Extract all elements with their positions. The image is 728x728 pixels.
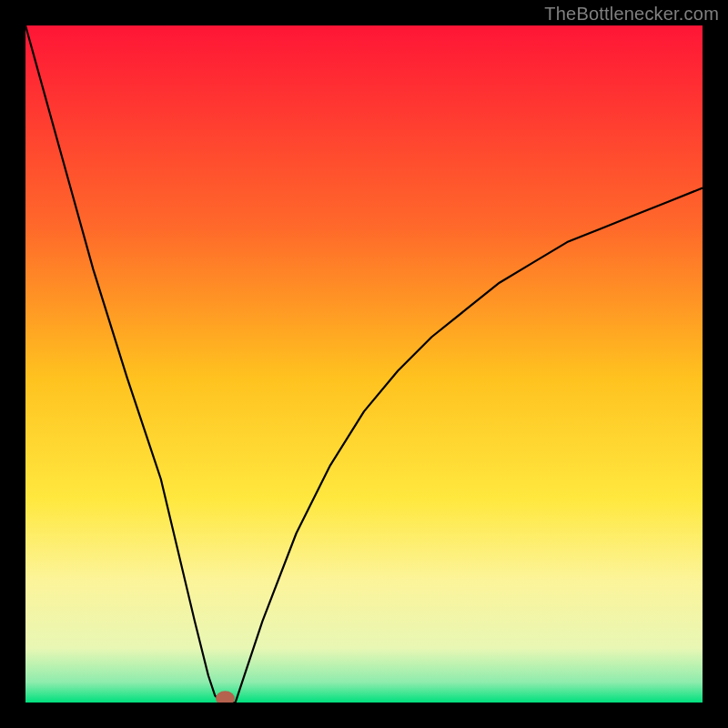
optimum-marker <box>216 691 235 703</box>
plot-area <box>25 25 703 703</box>
bottleneck-curve <box>25 25 703 703</box>
watermark-text: TheBottlenecker.com <box>544 4 719 25</box>
chart-frame: TheBottlenecker.com <box>0 0 728 728</box>
